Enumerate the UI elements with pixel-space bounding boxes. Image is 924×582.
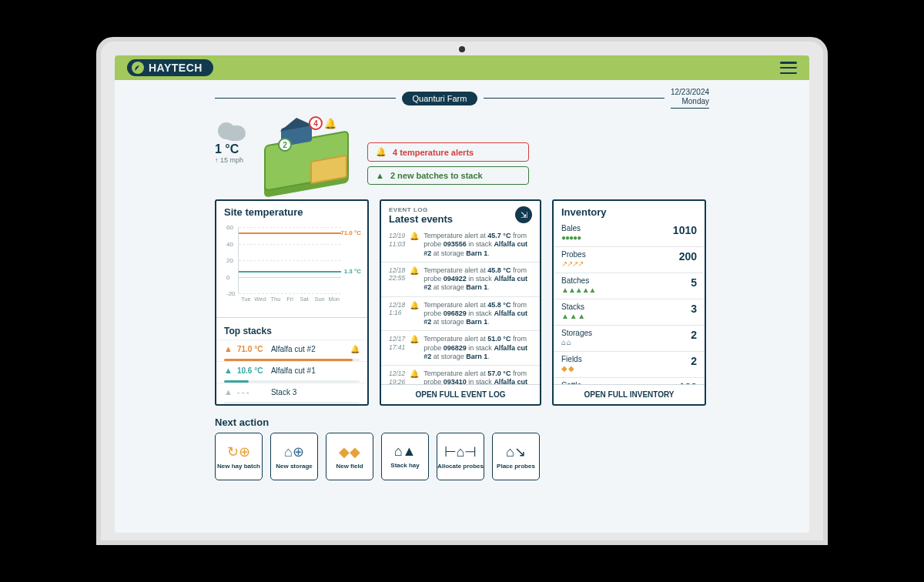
inventory-row[interactable]: Cattle🐄🐄100 <box>554 377 705 384</box>
stack-temp: 71.0 °C <box>237 345 266 353</box>
export-icon[interactable]: ⇲ <box>515 206 532 223</box>
action-icon: ◆◆ <box>339 443 360 460</box>
event-row[interactable]: 12/1911:03🔔Temperature alert at 45.7 °C … <box>381 228 540 262</box>
event-datetime: 12/181:16 <box>389 301 405 327</box>
batches-to-stack-banner[interactable]: ▲ 2 new batches to stack <box>367 166 529 185</box>
event-row[interactable]: 12/1822:55🔔Temperature alert at 45.8 °C … <box>381 262 540 296</box>
top-stacks-title: Top stacks <box>216 317 367 340</box>
inventory-value: 5 <box>691 276 697 289</box>
event-text: Temperature alert at 45.8 °C from probe … <box>424 301 532 327</box>
inventory-value: 2 <box>691 355 697 367</box>
stack-icon: ▲ <box>224 344 233 353</box>
inventory-row[interactable]: Probes↗↗↗↗200 <box>554 246 705 273</box>
brand-logo[interactable]: HAYTECH <box>127 59 213 76</box>
open-inventory-button[interactable]: OPEN FULL INVENTORY <box>554 384 705 404</box>
stack-icon: ▲ <box>224 387 233 396</box>
event-row[interactable]: 12/1717:41🔔Temperature alert at 51.0 °C … <box>381 330 540 365</box>
x-tick: Mon <box>328 296 340 303</box>
inventory-value: 1010 <box>673 224 697 236</box>
inventory-icons: ●●●●● <box>561 233 581 242</box>
cloud-icon <box>215 119 246 139</box>
farm-name-pill[interactable]: Quanturi Farm <box>402 92 478 105</box>
bell-icon: 🔔 <box>410 335 419 361</box>
inventory-label: Probes <box>561 250 586 259</box>
event-row[interactable]: 12/181:16🔔Temperature alert at 45.8 °C f… <box>381 296 540 331</box>
x-tick: Sun <box>314 296 324 303</box>
action-label: Allocate probes <box>437 463 484 470</box>
stack-name: Stack 3 <box>271 388 360 396</box>
inventory-label: Storages <box>561 329 592 337</box>
action-icon: ↻⊕ <box>227 443 250 460</box>
series-label-hot: 71.0 °C <box>340 229 361 236</box>
inventory-row[interactable]: Bales●●●●●1010 <box>554 221 705 246</box>
inventory-card: Inventory Bales●●●●●1010Probes↗↗↗↗200Bat… <box>552 199 706 406</box>
card-title: Site temperature <box>216 201 367 221</box>
temperature-chart[interactable]: 60 40 20 0 -20 Tue Wed Thu Fri Sat Sun M… <box>238 227 341 293</box>
weather-wind: ↑ 15 mph <box>215 156 246 164</box>
date-block: 12/23/2024 Monday <box>671 88 709 109</box>
top-stack-row[interactable]: ▲71.0 °CAlfalfa cut #2🔔 <box>216 340 367 357</box>
y-tick: 0 <box>226 273 229 280</box>
event-datetime: 12/1911:03 <box>389 232 405 258</box>
action-new-hay-batch[interactable]: ↻⊕New hay batch <box>215 433 263 480</box>
menu-icon[interactable] <box>780 62 797 74</box>
inventory-row[interactable]: Fields◆ ◆2 <box>554 351 705 377</box>
batches-text: 2 new batches to stack <box>390 171 483 180</box>
weather-temp: 1 °C <box>215 142 246 156</box>
top-stack-row[interactable]: ▲10.6 °CAlfalfa cut #1 <box>216 361 367 379</box>
action-stack-hay[interactable]: ⌂▲Stack hay <box>381 433 429 480</box>
x-tick: Tue <box>241 296 251 303</box>
inventory-icons: ◆ ◆ <box>561 364 582 373</box>
inventory-label: Fields <box>561 355 582 363</box>
series-cold <box>239 271 341 273</box>
stack-name: Alfalfa cut #2 <box>271 345 346 353</box>
bell-icon: 🔔 <box>324 118 336 129</box>
temp-alerts-text: 4 temperature alerts <box>393 148 474 157</box>
action-allocate-probes[interactable]: ⊢⌂⊣Allocate probes <box>437 433 484 480</box>
bell-icon: 🔔 <box>410 370 419 384</box>
event-text: Temperature alert at 45.7 °C from probe … <box>424 232 532 258</box>
action-label: Place probes <box>497 463 535 470</box>
action-new-storage[interactable]: ⌂⊕New storage <box>270 433 318 480</box>
inventory-title: Inventory <box>554 201 705 221</box>
top-stack-row[interactable]: ▲- - -Stack 3 <box>216 383 367 400</box>
event-row[interactable]: 12/1219:26🔔Temperature alert at 57.0 °C … <box>381 365 540 384</box>
inventory-row[interactable]: Storages⌂ ⌂2 <box>554 325 705 351</box>
inventory-row[interactable]: Batches▲▲▲▲▲5 <box>554 273 705 299</box>
inventory-list: Bales●●●●●1010Probes↗↗↗↗200Batches▲▲▲▲▲5… <box>554 221 705 384</box>
action-label: New storage <box>276 463 313 470</box>
action-new-field[interactable]: ◆◆New field <box>326 433 373 480</box>
event-log-subhead: EVENT LOG <box>389 206 453 213</box>
x-tick: Sat <box>300 296 308 303</box>
farm-header: Quanturi Farm 12/23/2024 Monday <box>215 88 709 109</box>
stack-icon: ▲ <box>376 171 384 180</box>
open-event-log-button[interactable]: OPEN FULL EVENT LOG <box>381 384 540 404</box>
stack-name: Alfalfa cut #1 <box>271 366 360 375</box>
action-place-probes[interactable]: ⌂↘Place probes <box>492 433 540 480</box>
action-icon: ⌂↘ <box>506 443 526 460</box>
site-temperature-card: Site temperature 60 40 20 0 <box>215 199 369 406</box>
weekday-value: Monday <box>671 97 709 106</box>
event-text: Temperature alert at 51.0 °C from probe … <box>424 335 532 361</box>
stack-temp: 10.6 °C <box>237 366 266 375</box>
event-datetime: 12/1717:41 <box>389 335 405 361</box>
topbar: HAYTECH <box>115 55 809 80</box>
item-count-badge[interactable]: 2 <box>278 138 292 152</box>
action-label: New hay batch <box>217 463 260 470</box>
action-label: New field <box>336 463 363 470</box>
weather-widget: 1 °C ↑ 15 mph <box>215 115 246 164</box>
y-tick: 40 <box>226 240 233 247</box>
temperature-alerts-banner[interactable]: 🔔 4 temperature alerts <box>367 142 529 162</box>
bell-icon: 🔔 <box>410 232 419 258</box>
event-datetime: 12/1822:55 <box>389 266 405 293</box>
x-tick: Fri <box>286 296 293 303</box>
series-hot <box>239 232 341 234</box>
event-text: Temperature alert at 57.0 °C from probe … <box>424 370 532 384</box>
farm-illustration[interactable]: 4 🔔 2 <box>256 115 357 192</box>
alert-count-badge[interactable]: 4 <box>309 116 323 130</box>
inventory-row[interactable]: Stacks▲ ▲ ▲3 <box>554 299 705 325</box>
top-stacks-list: ▲71.0 °CAlfalfa cut #2🔔▲10.6 °CAlfalfa c… <box>216 340 367 404</box>
y-tick: -20 <box>226 290 236 297</box>
x-tick: Wed <box>254 296 266 303</box>
date-value: 12/23/2024 <box>671 88 709 97</box>
